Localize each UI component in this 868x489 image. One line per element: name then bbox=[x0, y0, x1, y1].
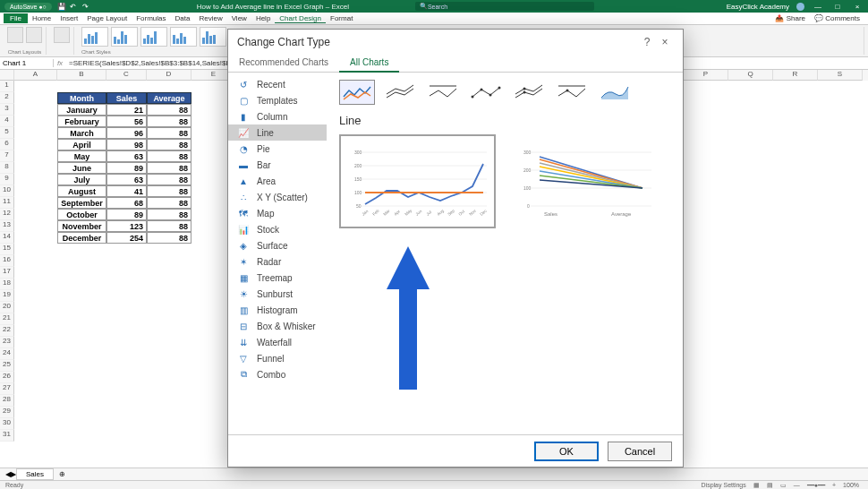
tab-format[interactable]: Format bbox=[326, 14, 357, 22]
share-button[interactable]: 📤 Share bbox=[770, 14, 810, 22]
table-cell-value[interactable]: 21 bbox=[106, 104, 147, 116]
tab-formulas[interactable]: Formulas bbox=[132, 14, 170, 22]
add-chart-element-button[interactable] bbox=[7, 27, 23, 43]
zoom-out-button[interactable]: — bbox=[790, 482, 804, 488]
ok-button[interactable]: OK bbox=[534, 442, 599, 461]
chart-style-1[interactable] bbox=[81, 27, 108, 47]
dialog-close-button[interactable]: × bbox=[656, 36, 674, 48]
account-name[interactable]: EasyClick Academy bbox=[727, 3, 789, 11]
table-header[interactable]: Month bbox=[57, 92, 106, 104]
category-line[interactable]: 📈Line bbox=[228, 124, 327, 141]
line-subtype-100stacked[interactable] bbox=[425, 80, 461, 105]
row-header[interactable]: 9 bbox=[0, 174, 14, 185]
undo-icon[interactable]: ↶ bbox=[70, 3, 77, 10]
table-cell-value[interactable]: 98 bbox=[106, 139, 147, 150]
category-waterfall[interactable]: ⇊Waterfall bbox=[228, 334, 327, 350]
table-cell-value[interactable]: 88 bbox=[147, 127, 191, 139]
row-header[interactable]: 19 bbox=[0, 290, 14, 302]
line-subtype-100stacked-markers[interactable] bbox=[554, 80, 590, 105]
row-header[interactable]: 2 bbox=[0, 92, 14, 104]
col-header-B[interactable]: B bbox=[57, 70, 106, 81]
line-subtype-3d[interactable] bbox=[597, 80, 633, 105]
table-header[interactable]: Sales bbox=[106, 92, 147, 104]
category-funnel[interactable]: ▽Funnel bbox=[228, 350, 327, 366]
row-header[interactable]: 11 bbox=[0, 197, 14, 209]
minimize-button[interactable]: — bbox=[812, 3, 824, 11]
view-page-icon[interactable]: ▤ bbox=[763, 482, 777, 489]
row-header[interactable]: 29 bbox=[0, 407, 14, 418]
table-cell-value[interactable]: 88 bbox=[147, 209, 191, 220]
tab-view[interactable]: View bbox=[227, 14, 251, 22]
chart-preview-1[interactable]: 300 200 150 100 50 Jan Feb Mar Apr May bbox=[339, 134, 496, 228]
table-cell-value[interactable]: 254 bbox=[106, 232, 147, 244]
row-header[interactable]: 18 bbox=[0, 279, 14, 290]
category-radar[interactable]: ✶Radar bbox=[228, 253, 327, 270]
table-cell-value[interactable]: 41 bbox=[106, 185, 147, 197]
search-box[interactable]: 🔍 Search bbox=[415, 2, 594, 11]
save-icon[interactable]: 💾 bbox=[57, 3, 64, 10]
close-window-button[interactable]: × bbox=[851, 3, 864, 11]
redo-icon[interactable]: ↷ bbox=[82, 3, 89, 10]
row-header[interactable]: 16 bbox=[0, 255, 14, 267]
category-recent[interactable]: ↺Recent bbox=[228, 76, 327, 92]
row-header[interactable]: 4 bbox=[0, 116, 14, 127]
table-cell-month[interactable]: November bbox=[57, 220, 106, 232]
category-sunburst[interactable]: ☀Sunburst bbox=[228, 286, 327, 302]
row-header[interactable]: 25 bbox=[0, 360, 14, 372]
tab-recommended-charts[interactable]: Recommended Charts bbox=[228, 55, 339, 72]
table-cell-month[interactable]: June bbox=[57, 162, 106, 174]
table-cell-value[interactable]: 88 bbox=[147, 116, 191, 127]
row-header[interactable]: 7 bbox=[0, 150, 14, 162]
category-bar[interactable]: ▬Bar bbox=[228, 157, 327, 173]
table-cell-value[interactable]: 88 bbox=[147, 174, 191, 185]
tab-data[interactable]: Data bbox=[171, 14, 195, 22]
category-combo[interactable]: ⧉Combo bbox=[228, 366, 327, 382]
col-header-D[interactable]: D bbox=[147, 70, 191, 81]
display-settings-button[interactable]: Display Settings bbox=[698, 482, 750, 488]
table-cell-value[interactable]: 63 bbox=[106, 174, 147, 185]
row-header[interactable]: 31 bbox=[0, 430, 14, 442]
col-header-Q[interactable]: Q bbox=[728, 70, 773, 81]
row-header[interactable]: 15 bbox=[0, 244, 14, 255]
row-header[interactable]: 12 bbox=[0, 209, 14, 220]
table-cell-value[interactable]: 88 bbox=[147, 220, 191, 232]
chart-style-4[interactable] bbox=[170, 27, 197, 47]
row-header[interactable]: 5 bbox=[0, 127, 14, 139]
category-histogram[interactable]: ▥Histogram bbox=[228, 302, 327, 318]
row-header[interactable]: 13 bbox=[0, 220, 14, 232]
table-cell-month[interactable]: September bbox=[57, 197, 106, 209]
col-header-corner[interactable] bbox=[0, 70, 14, 81]
category-area[interactable]: ▲Area bbox=[228, 173, 327, 189]
row-header[interactable]: 22 bbox=[0, 325, 14, 337]
table-cell-value[interactable]: 89 bbox=[106, 162, 147, 174]
row-header[interactable]: 30 bbox=[0, 418, 14, 430]
row-header[interactable]: 24 bbox=[0, 348, 14, 360]
line-subtype-markers[interactable] bbox=[468, 80, 504, 105]
category-pie[interactable]: ◔Pie bbox=[228, 141, 327, 157]
dialog-help-button[interactable]: ? bbox=[638, 36, 656, 48]
col-header-S[interactable]: S bbox=[818, 70, 863, 81]
quick-layout-button[interactable] bbox=[26, 27, 42, 43]
autosave-toggle[interactable]: AutoSave ●○ bbox=[4, 3, 52, 11]
table-cell-month[interactable]: October bbox=[57, 209, 106, 220]
category-x-y-scatter-[interactable]: ∴X Y (Scatter) bbox=[228, 189, 327, 205]
row-header[interactable]: 14 bbox=[0, 232, 14, 244]
table-cell-value[interactable]: 96 bbox=[106, 127, 147, 139]
col-header-P[interactable]: P bbox=[684, 70, 728, 81]
view-break-icon[interactable]: ▭ bbox=[777, 482, 790, 489]
category-treemap[interactable]: ▦Treemap bbox=[228, 270, 327, 286]
row-header[interactable]: 21 bbox=[0, 313, 14, 325]
row-header[interactable]: 1 bbox=[0, 81, 14, 92]
tab-review[interactable]: Review bbox=[194, 14, 226, 22]
col-header-R[interactable]: R bbox=[773, 70, 818, 81]
table-cell-month[interactable]: March bbox=[57, 127, 106, 139]
table-header[interactable]: Average bbox=[147, 92, 191, 104]
chart-preview-2[interactable]: 300 200 100 0 Sales Average bbox=[508, 134, 665, 228]
col-header-A[interactable]: A bbox=[14, 70, 57, 81]
table-cell-month[interactable]: January bbox=[57, 104, 106, 116]
category-stock[interactable]: 📊Stock bbox=[228, 221, 327, 237]
table-cell-value[interactable]: 88 bbox=[147, 150, 191, 162]
tab-page-layout[interactable]: Page Layout bbox=[82, 14, 132, 22]
table-cell-month[interactable]: May bbox=[57, 150, 106, 162]
table-cell-value[interactable]: 88 bbox=[147, 162, 191, 174]
